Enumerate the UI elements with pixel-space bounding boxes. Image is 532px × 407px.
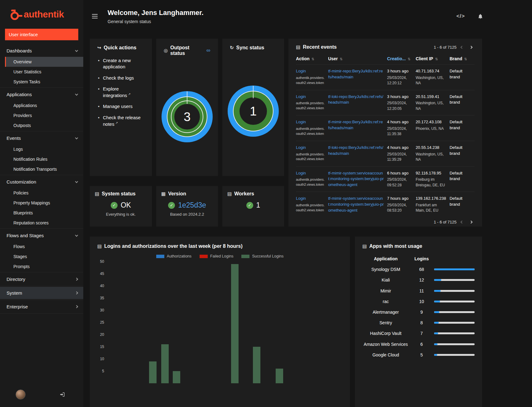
outpost-link-icon[interactable] bbox=[206, 48, 210, 53]
sidebar-section-flows-and-stages[interactable]: Flows and Stages bbox=[0, 229, 83, 242]
sidebar-section-label: Customization bbox=[7, 179, 36, 184]
app-usage-row: Sentry8 bbox=[362, 317, 475, 328]
sidebar-section-system[interactable]: System bbox=[0, 287, 83, 299]
sidebar-section-events[interactable]: Events bbox=[0, 132, 83, 144]
column-header-brand[interactable]: Brand⇅ bbox=[450, 54, 475, 65]
sidebar-item-outposts[interactable]: Outposts bbox=[5, 120, 83, 130]
pagination-next-button[interactable] bbox=[467, 45, 475, 50]
sidebar-item-providers[interactable]: Providers bbox=[5, 110, 83, 120]
system-status-detail: Everything is ok. bbox=[106, 212, 136, 217]
event-brand: Default brand bbox=[450, 145, 472, 157]
sidebar-item-blueprints[interactable]: Blueprints bbox=[5, 208, 83, 218]
quick-action-explore-integrations[interactable]: Explore integrations↗ bbox=[97, 86, 144, 104]
logout-button[interactable] bbox=[58, 390, 66, 399]
column-header-user[interactable]: User⇅ bbox=[328, 54, 387, 65]
event-action-link[interactable]: Login bbox=[296, 69, 306, 73]
event-user-link[interactable]: tf-mimir-system:serviceaccount:monitorin… bbox=[328, 171, 384, 187]
event-action-link[interactable]: Login bbox=[296, 94, 306, 99]
app-login-count: 6 bbox=[412, 342, 431, 347]
version-title: Version bbox=[168, 191, 186, 197]
sidebar-item-policies[interactable]: Policies bbox=[5, 188, 83, 198]
sidebar-item-stages[interactable]: Stages bbox=[5, 252, 83, 262]
event-client-ip: 92.116.178.95 bbox=[416, 170, 447, 176]
sidebar-section-customization[interactable]: Customization bbox=[0, 176, 83, 188]
authentik-logo[interactable]: authentik bbox=[0, 0, 83, 25]
sidebar-item-flows[interactable]: Flows bbox=[5, 242, 83, 252]
event-action-detail: authentik.providers.oauth2.views.token bbox=[296, 76, 325, 86]
chart-bar bbox=[173, 371, 180, 383]
pagination-prev-button[interactable] bbox=[458, 220, 466, 224]
sidebar-item-notification-rules[interactable]: Notification Rules bbox=[5, 154, 83, 164]
nav-section-flows-and-stages: Flows and StagesFlowsStagesPrompts bbox=[0, 229, 83, 272]
avatar[interactable] bbox=[16, 390, 26, 400]
logins-chart-legend: AuthorizationsFailed LoginsSuccessful Lo… bbox=[97, 254, 342, 258]
pagination-prev-button[interactable] bbox=[458, 45, 466, 50]
logins-chart-title: Logins and authorizations over the last … bbox=[104, 243, 243, 249]
quick-action-check-the-release-notes[interactable]: Check the release notes↗ bbox=[97, 115, 144, 132]
sidebar-item-applications[interactable]: Applications bbox=[5, 101, 83, 110]
app-usage-bar-fill bbox=[434, 301, 440, 302]
event-action-link[interactable]: Login bbox=[296, 196, 306, 201]
logins-chart-plot bbox=[107, 262, 342, 383]
event-created-absolute: 25/03/2024, 09:52:28 bbox=[387, 177, 413, 188]
sidebar-section-directory[interactable]: Directory bbox=[0, 273, 83, 285]
version-link[interactable]: 1e25d3e bbox=[178, 201, 206, 209]
event-user-link[interactable]: tf-mimir-system:serviceaccount:monitorin… bbox=[328, 196, 384, 213]
sidebar-item-reputation-scores[interactable]: Reputation scores bbox=[5, 218, 83, 228]
app-usage-bar bbox=[434, 279, 475, 281]
apps-column-logins: Logins bbox=[412, 256, 431, 261]
outpost-status-title: Outpost status bbox=[170, 45, 202, 56]
sidebar-item-property-mappings[interactable]: Property Mappings bbox=[5, 198, 83, 208]
event-location: Washington, US, NA bbox=[416, 101, 447, 111]
sidebar-item-prompts[interactable]: Prompts bbox=[5, 262, 83, 272]
event-user-link[interactable]: tf-loki-repo:BeryJu/k8s:ref:refs/heads/m… bbox=[328, 145, 383, 156]
sync-status-card: ↻ Sync status 1 bbox=[222, 39, 284, 176]
sidebar-item-user-statistics[interactable]: User Statistics bbox=[5, 67, 83, 77]
event-created-relative: 4 hours ago bbox=[387, 119, 413, 125]
event-user-link[interactable]: tf-mimir-repo:BeryJu/k8s:ref:refs/heads/… bbox=[328, 69, 383, 79]
sidebar-section-applications[interactable]: Applications bbox=[0, 88, 83, 101]
sidebar-item-overview[interactable]: Overview bbox=[5, 57, 83, 67]
column-header-client-ip[interactable]: Client IP⇅ bbox=[416, 54, 450, 65]
quick-action-manage-users[interactable]: Manage users bbox=[97, 103, 144, 114]
pagination-next-button[interactable] bbox=[467, 220, 475, 224]
sidebar-item-system-tasks[interactable]: System Tasks bbox=[5, 77, 83, 87]
chevron-down-icon bbox=[75, 137, 78, 139]
sort-icon: ⇅ bbox=[435, 57, 438, 61]
event-user-link[interactable]: tf-mimir-repo:BeryJu/k8s:ref:refs/heads/… bbox=[328, 120, 383, 130]
column-label: Action bbox=[296, 56, 310, 61]
column-header-creatio[interactable]: Creatio...⇅ bbox=[387, 54, 416, 65]
sidebar-section-enterprise[interactable]: Enterprise bbox=[0, 301, 83, 313]
apps-usage-header-row: Application Logins bbox=[362, 253, 475, 264]
y-tick-label: 10 bbox=[100, 357, 104, 361]
event-location: Phoenix, US, NA bbox=[416, 126, 447, 131]
recent-events-pagination-top: 1 - 6 of 7125 bbox=[434, 45, 475, 50]
app-usage-bar-fill bbox=[434, 279, 441, 281]
event-action-link[interactable]: Login bbox=[296, 120, 306, 124]
quick-action-check-the-logs[interactable]: Check the logs bbox=[97, 75, 144, 86]
sidebar-item-notification-transports[interactable]: Notification Transports bbox=[5, 164, 83, 174]
user-interface-button[interactable]: User interface bbox=[5, 29, 78, 40]
quick-action-create-a-new-application[interactable]: Create a new application bbox=[97, 57, 144, 75]
event-user-link[interactable]: tf-loki-repo:BeryJu/k8s:ref:refs/heads/m… bbox=[328, 94, 383, 105]
app-root: { "app": { "logo_text": "authentik" }, "… bbox=[0, 0, 532, 407]
event-row: Loginauthentik.providers.oauth2.views.to… bbox=[296, 141, 475, 166]
event-client-ip: 20.55.14.238 bbox=[416, 145, 447, 151]
api-browser-button[interactable]: </> bbox=[455, 12, 466, 21]
event-brand: Default brand bbox=[450, 170, 472, 182]
column-header-action[interactable]: Action⇅ bbox=[296, 54, 328, 65]
sidebar-item-logs[interactable]: Logs bbox=[5, 144, 83, 154]
column-label: User bbox=[328, 56, 338, 61]
header: Welcome, Jens Langhammer. General system… bbox=[83, 0, 532, 32]
event-action-link[interactable]: Login bbox=[296, 145, 306, 150]
app-usage-bar-fill bbox=[434, 311, 439, 313]
notifications-button[interactable] bbox=[476, 12, 485, 21]
nav-section-applications: ApplicationsApplicationsProvidersOutpost… bbox=[0, 88, 83, 131]
sidebar-section-dashboards[interactable]: Dashboards bbox=[0, 45, 83, 57]
event-action-link[interactable]: Login bbox=[296, 171, 306, 175]
chevron-down-icon bbox=[75, 235, 78, 236]
event-location: Washington, US, NA bbox=[416, 75, 447, 86]
event-location: Frankfurt am Main, DE, EU bbox=[416, 203, 447, 213]
hamburger-menu-button[interactable] bbox=[91, 12, 99, 20]
event-client-ip: 20.51.159.41 bbox=[416, 94, 447, 100]
